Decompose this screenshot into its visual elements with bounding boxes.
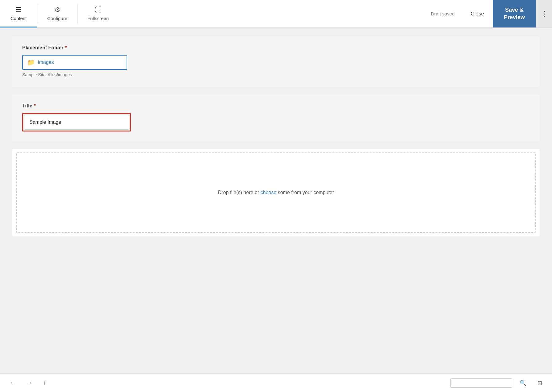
configure-tab-label: Configure [47,16,67,21]
tab-content[interactable]: ☰ Content [0,0,37,27]
folder-path: Sample Site: /files/images [22,72,530,77]
drop-zone-text: Drop file(s) here or choose some from yo… [218,190,334,195]
grid-icon: ⊞ [537,380,542,386]
grid-view-button[interactable]: ⊞ [534,377,546,389]
configure-icon: ⚙ [54,6,61,14]
bottom-toolbar: ← → ↑ 🔍 ⊞ [0,373,552,392]
placement-folder-card: Placement Folder * 📁 images Sample Site:… [12,36,540,87]
drop-text-after: some from your computer [276,190,334,195]
main-toolbar: ☰ Content ⚙ Configure ⛶ Fullscreen Draft… [0,0,552,28]
back-icon: ← [10,380,15,386]
upload-button[interactable]: ↑ [40,377,50,389]
back-button[interactable]: ← [6,377,19,389]
content-tab-label: Content [10,16,27,21]
fullscreen-icon: ⛶ [95,6,102,14]
drop-text-before: Drop file(s) here or [218,190,261,195]
more-options-button[interactable]: ⋮ [536,0,552,27]
placement-folder-label: Placement Folder * [22,45,530,51]
folder-icon: 📁 [27,59,35,66]
main-content: Placement Folder * 📁 images Sample Site:… [0,28,552,245]
drop-zone-card: Drop file(s) here or choose some from yo… [12,149,540,236]
placement-required-star: * [65,45,67,51]
choose-files-link[interactable]: choose [261,190,277,195]
save-preview-button[interactable]: Save & Preview [493,0,536,27]
title-required-star: * [34,103,36,109]
search-icon: 🔍 [520,380,526,386]
upload-icon: ↑ [43,380,46,386]
more-icon: ⋮ [541,10,548,18]
save-preview-line2: Preview [504,14,525,20]
folder-name: images [38,60,54,65]
fullscreen-tab-label: Fullscreen [87,16,109,21]
tab-fullscreen[interactable]: ⛶ Fullscreen [77,0,119,27]
search-input[interactable] [450,378,512,388]
toolbar-spacer [119,0,424,27]
forward-button[interactable]: → [23,377,36,389]
title-card: Title * [12,94,540,141]
folder-picker[interactable]: 📁 images [22,55,127,70]
title-label: Title * [22,103,530,109]
title-input-wrapper [22,113,131,131]
tab-configure[interactable]: ⚙ Configure [37,0,77,27]
close-button[interactable]: Close [462,11,492,17]
save-preview-line1: Save & [505,7,524,13]
title-input[interactable] [24,115,129,130]
file-drop-zone[interactable]: Drop file(s) here or choose some from yo… [16,152,536,233]
forward-icon: → [27,380,32,386]
search-button[interactable]: 🔍 [516,377,530,389]
content-icon: ☰ [15,6,22,14]
draft-saved-status: Draft saved [424,11,462,16]
toolbar-right: Draft saved Close Save & Preview ⋮ [424,0,552,27]
